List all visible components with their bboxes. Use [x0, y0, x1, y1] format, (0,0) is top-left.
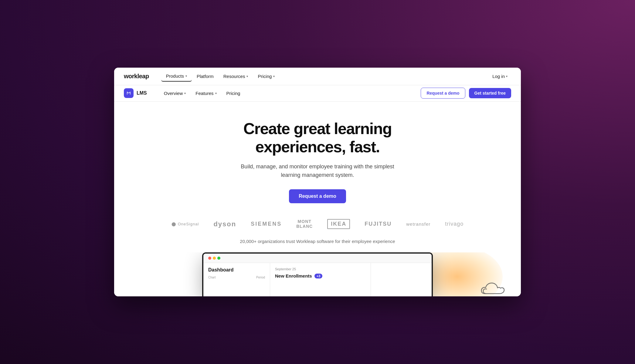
dashboard-right-panel — [371, 263, 432, 296]
window-controls — [208, 257, 220, 260]
nav-products[interactable]: Products ▾ — [161, 71, 192, 82]
hero-cta-button[interactable]: Request a demo — [289, 189, 346, 203]
lms-label: LMS — [137, 90, 147, 96]
lms-brand[interactable]: LMS — [124, 88, 147, 98]
dashboard-topbar — [203, 254, 432, 263]
sec-nav-pricing[interactable]: Pricing — [222, 88, 245, 98]
enrollment-badge: +3 — [314, 274, 323, 278]
dashboard-middle-panel: September 25 New Enrollments +3 — [270, 263, 371, 296]
dashboard-title: Dashboard — [208, 267, 265, 273]
dashboard-enrollment: New Enrollments +3 — [275, 273, 366, 278]
minimize-dot — [213, 257, 216, 260]
hero-subtitle: Build, manage, and monitor employee trai… — [239, 162, 396, 180]
logo-ikea: IKEA — [327, 219, 350, 229]
dashboard-content: Dashboard Chart Period September 25 New … — [203, 263, 432, 296]
close-dot — [208, 257, 211, 260]
request-demo-button[interactable]: Request a demo — [421, 88, 465, 99]
dashboard-inner: Dashboard Chart Period September 25 New … — [203, 254, 432, 296]
hero-title: Create great learning experiences, fast. — [214, 120, 421, 156]
logo-dyson: dyson — [213, 220, 236, 228]
top-navigation: workleap Products ▾ Platform Resources ▾… — [114, 68, 521, 85]
cloud-svg — [478, 277, 515, 296]
logo-trivago: trivago — [445, 221, 464, 227]
nav-pricing[interactable]: Pricing ▾ — [253, 71, 280, 81]
top-nav-right: Log in ▾ — [489, 71, 511, 81]
secondary-navigation: LMS Overview ▾ Features ▾ Pricing Reques… — [114, 85, 521, 102]
maximize-dot — [217, 257, 220, 260]
sec-nav-features[interactable]: Features ▾ — [191, 88, 221, 98]
chevron-down-icon: ▾ — [184, 92, 186, 95]
chevron-down-icon: ▾ — [506, 75, 508, 78]
logo-onesignal: ⬤ OneSignal — [171, 222, 199, 226]
get-started-button[interactable]: Get started free — [469, 88, 511, 98]
hero-section: Create great learning experiences, fast.… — [114, 102, 521, 219]
cloud-illustration — [478, 277, 515, 296]
logo-fujitsu: FUJITSU — [365, 221, 392, 227]
trust-text: 20,000+ organizations trust Workleap sof… — [114, 235, 521, 252]
chevron-down-icon: ▾ — [185, 74, 187, 78]
dashboard-table-header: Chart Period — [208, 276, 265, 279]
browser-window: workleap Products ▾ Platform Resources ▾… — [114, 68, 521, 296]
nav-platform[interactable]: Platform — [192, 71, 219, 81]
brand-logo[interactable]: workleap — [124, 73, 149, 80]
dashboard-frame: Dashboard Chart Period September 25 New … — [202, 252, 433, 296]
login-button[interactable]: Log in ▾ — [489, 71, 511, 81]
top-nav-items: Products ▾ Platform Resources ▾ Pricing … — [161, 71, 489, 82]
secondary-nav-items: Overview ▾ Features ▾ Pricing — [159, 88, 421, 98]
lms-logo-svg — [126, 90, 131, 96]
logo-siemens: SIEMENS — [251, 221, 282, 227]
chevron-down-icon: ▾ — [273, 75, 275, 78]
secondary-nav-right: Request a demo Get started free — [421, 88, 511, 99]
dashboard-date: September 25 — [275, 267, 366, 271]
chevron-down-icon: ▾ — [246, 75, 248, 78]
enrollment-label: New Enrollments — [275, 273, 312, 278]
sec-nav-overview[interactable]: Overview ▾ — [159, 88, 191, 98]
logo-montblanc: MONTBLANC — [296, 219, 313, 229]
chevron-down-icon: ▾ — [215, 92, 217, 95]
dashboard-left-panel: Dashboard Chart Period — [203, 263, 270, 296]
dashboard-preview-section: Dashboard Chart Period September 25 New … — [114, 252, 521, 296]
logo-wetransfer: wetransfer — [406, 221, 430, 227]
nav-resources[interactable]: Resources ▾ — [219, 71, 253, 81]
lms-icon — [124, 88, 134, 98]
logos-section: ⬤ OneSignal dyson SIEMENS MONTBLANC IKEA… — [114, 219, 521, 235]
